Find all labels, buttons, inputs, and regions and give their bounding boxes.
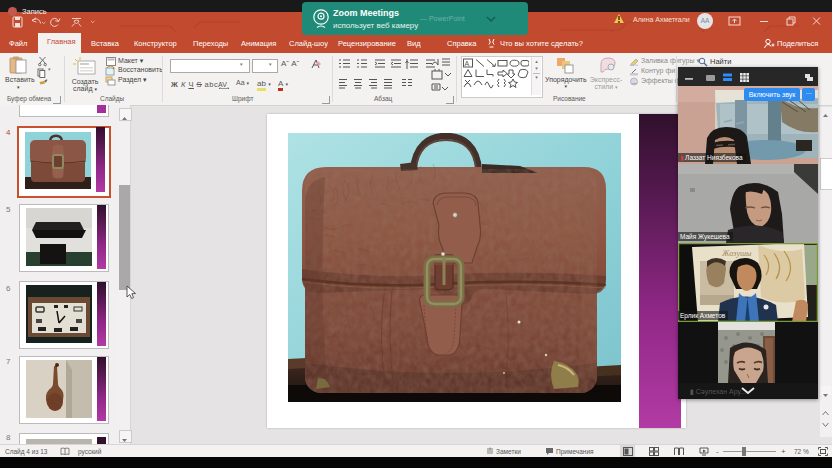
- svg-text:A: A: [465, 60, 470, 67]
- svg-text:Жазушы: Жазушы: [721, 249, 752, 258]
- svg-text:▮ Сәулехан Ару...: ▮ Сәулехан Ару...: [690, 388, 746, 396]
- svg-text:AV: AV: [218, 81, 227, 88]
